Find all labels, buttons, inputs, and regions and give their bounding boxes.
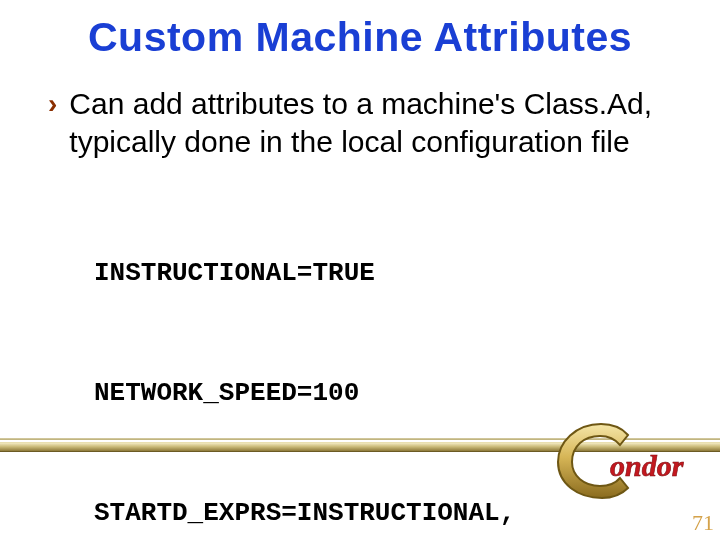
code-line: NETWORK_SPEED=100 [94,373,672,413]
slide: Custom Machine Attributes › Can add attr… [0,0,720,540]
page-number: 71 [692,510,714,536]
bullet-marker-icon: › [48,87,57,121]
code-line: INSTRUCTIONAL=TRUE [94,253,672,293]
condor-logo: ondor [548,412,708,502]
slide-title: Custom Machine Attributes [0,0,720,61]
bullet-text: Can add attributes to a machine's Class.… [69,85,672,161]
bullet-item: › Can add attributes to a machine's Clas… [48,85,672,161]
logo-text: ondor [610,449,684,482]
